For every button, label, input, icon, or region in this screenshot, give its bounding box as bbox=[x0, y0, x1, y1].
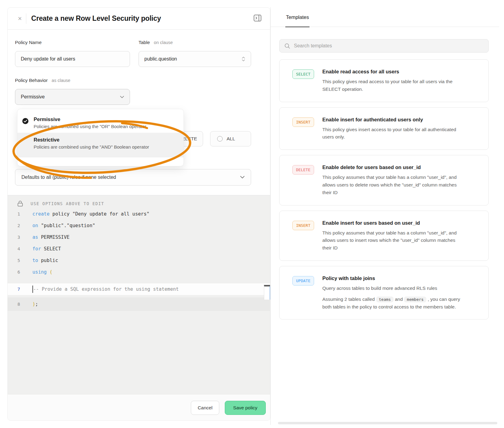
template-title: Enable insert for authenticated users on… bbox=[322, 117, 464, 123]
option-description: Policies are combined using the "OR" Boo… bbox=[34, 124, 177, 129]
inline-code-chip: teams bbox=[376, 297, 394, 302]
table-label: Tableon clause bbox=[139, 40, 173, 45]
dialog-footer: Cancel Save policy bbox=[8, 394, 270, 421]
save-policy-button[interactable]: Save policy bbox=[225, 401, 266, 415]
search-templates-box[interactable] bbox=[279, 39, 489, 53]
line-number: 4 bbox=[17, 246, 27, 251]
template-description: This policy assumes that your table has … bbox=[322, 174, 464, 196]
code-text: for SELECT bbox=[32, 246, 61, 252]
template-title: Enable delete for users based on user_id bbox=[322, 164, 464, 170]
code-text: using ( bbox=[32, 269, 52, 275]
code-line-8: 8); bbox=[8, 297, 270, 311]
line-number: 8 bbox=[17, 302, 27, 307]
as-clause-label: as clause bbox=[52, 78, 70, 83]
text-cursor bbox=[32, 286, 33, 293]
template-description: Assuming 2 tables called teams and membe… bbox=[322, 296, 464, 311]
radio-icon bbox=[217, 136, 223, 142]
cancel-button[interactable]: Cancel bbox=[191, 401, 219, 415]
code-text: on "public"."question" bbox=[32, 223, 95, 228]
template-title: Policy with table joins bbox=[322, 275, 464, 281]
template-description: This policy assumes that your table has … bbox=[322, 229, 464, 252]
code-line-5: 5to public bbox=[8, 255, 270, 266]
search-icon bbox=[284, 43, 290, 49]
command-badge: SELECT bbox=[292, 69, 314, 79]
inline-code-chip: members bbox=[404, 297, 426, 302]
option-title: Permissive bbox=[34, 116, 177, 122]
policy-behavior-label: Policy Behavioras clause bbox=[15, 78, 70, 83]
command-option-all[interactable]: ALL bbox=[210, 131, 251, 146]
policy-name-value: Deny update for all users bbox=[21, 56, 75, 62]
header-divider bbox=[26, 13, 26, 24]
code-text: create policy "Deny update for all users… bbox=[32, 211, 150, 217]
editor-scroll-widget[interactable] bbox=[264, 285, 270, 300]
templates-tab-row: Templates bbox=[271, 7, 499, 27]
search-templates-input[interactable] bbox=[294, 43, 477, 49]
roles-select[interactable]: Defaults to all (public) roles if none s… bbox=[15, 169, 251, 186]
code-line-7: 7-- Provide a SQL expression for the usi… bbox=[8, 283, 270, 295]
line-number: 2 bbox=[17, 223, 27, 228]
line-number: 7 bbox=[17, 287, 27, 292]
template-card[interactable]: INSERTEnable insert for authenticated us… bbox=[279, 107, 489, 150]
template-card[interactable]: SELECTEnable read access for all usersTh… bbox=[279, 59, 489, 102]
code-lines: 1create policy "Deny update for all user… bbox=[8, 208, 270, 311]
code-text: to public bbox=[32, 258, 58, 263]
line-number: 5 bbox=[17, 258, 27, 263]
template-card[interactable]: INSERTEnable insert for users based on u… bbox=[279, 211, 489, 261]
editor-locked-notice: USE OPTIONS ABOVE TO EDIT bbox=[8, 199, 270, 208]
dialog-header: × Create a new Row Level Security policy bbox=[8, 8, 270, 30]
behavior-dropdown-menu: PermissivePolicies are combined using th… bbox=[17, 109, 184, 166]
templates-panel: Templates SELECTEnable read access for a… bbox=[270, 7, 499, 425]
rls-policy-dialog: × Create a new Row Level Security policy… bbox=[7, 7, 270, 421]
lock-icon bbox=[17, 201, 23, 207]
code-line-2: 2on "public"."question" bbox=[8, 220, 270, 231]
code-text: as PERMISSIVE bbox=[32, 234, 69, 240]
on-clause-label: on clause bbox=[154, 40, 173, 45]
code-text: ); bbox=[32, 301, 38, 307]
behavior-select-value: Permissive bbox=[21, 94, 45, 100]
table-select[interactable]: public.question bbox=[139, 51, 251, 67]
sql-editor[interactable]: USE OPTIONS ABOVE TO EDIT 1create policy… bbox=[8, 195, 270, 394]
code-line-1: 1create policy "Deny update for all user… bbox=[8, 208, 270, 220]
command-badge: INSERT bbox=[292, 221, 314, 230]
policy-behavior-select[interactable]: Permissive bbox=[15, 89, 130, 105]
policy-name-label: Policy Name bbox=[15, 40, 42, 45]
template-title: Enable insert for users based on user_id bbox=[322, 220, 464, 226]
editor-notice-text: USE OPTIONS ABOVE TO EDIT bbox=[31, 201, 104, 206]
template-description: This policy gives read access to your ta… bbox=[322, 78, 464, 93]
template-title: Enable read access for all users bbox=[322, 69, 464, 75]
option-description: Policies are combined using the "AND" Bo… bbox=[34, 144, 177, 149]
chevron-down-icon bbox=[120, 96, 124, 98]
line-number: 6 bbox=[17, 270, 27, 275]
close-icon[interactable]: × bbox=[16, 15, 24, 23]
code-line-3: 3as PERMISSIVE bbox=[8, 231, 270, 243]
code-text: -- Provide a SQL expression for the usin… bbox=[32, 286, 179, 293]
template-description: Query across tables to build more advanc… bbox=[322, 285, 464, 292]
updown-chevron-icon bbox=[242, 56, 245, 62]
screen: × Create a new Row Level Security policy… bbox=[0, 0, 504, 428]
behavior-option-permissive[interactable]: PermissivePolicies are combined using th… bbox=[17, 113, 183, 133]
table-select-value: public.question bbox=[144, 56, 177, 62]
tab-templates[interactable]: Templates bbox=[286, 7, 309, 27]
expand-panel-icon[interactable] bbox=[254, 14, 261, 22]
policy-name-input[interactable]: Deny update for all users bbox=[15, 51, 130, 67]
command-badge: INSERT bbox=[292, 117, 314, 127]
template-cards-list: SELECTEnable read access for all usersTh… bbox=[279, 59, 489, 319]
command-option-label: ALL bbox=[227, 136, 235, 142]
template-description: This policy gives insert access to your … bbox=[322, 126, 464, 141]
code-line-6: 6using ( bbox=[8, 266, 270, 278]
command-badge: UPDATE bbox=[292, 276, 314, 286]
panel-bottom-bar bbox=[278, 422, 497, 424]
roles-select-value: Defaults to all (public) roles if none s… bbox=[21, 175, 116, 180]
behavior-option-restrictive[interactable]: RestrictivePolicies are combined using t… bbox=[17, 133, 183, 157]
dialog-title: Create a new Row Level Security policy bbox=[31, 14, 161, 23]
option-title: Restrictive bbox=[34, 137, 177, 143]
chevron-down-icon bbox=[240, 176, 245, 179]
templates-content: SELECTEnable read access for all usersTh… bbox=[271, 27, 499, 319]
line-number: 3 bbox=[17, 235, 27, 240]
command-badge: DELETE bbox=[292, 165, 314, 175]
code-line-4: 4for SELECT bbox=[8, 243, 270, 255]
template-card[interactable]: DELETEEnable delete for users based on u… bbox=[279, 155, 489, 205]
check-circle-icon bbox=[22, 118, 29, 124]
line-number: 1 bbox=[17, 212, 27, 216]
template-card[interactable]: UPDATEPolicy with table joinsQuery acros… bbox=[279, 266, 489, 319]
